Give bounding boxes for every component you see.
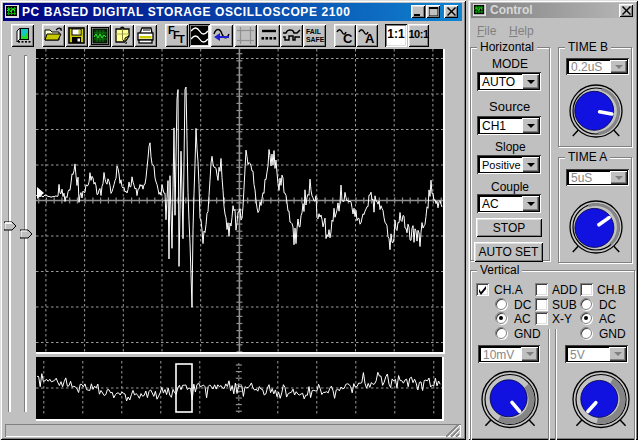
svg-text:C: C: [343, 31, 353, 45]
svg-text:A: A: [365, 31, 375, 45]
